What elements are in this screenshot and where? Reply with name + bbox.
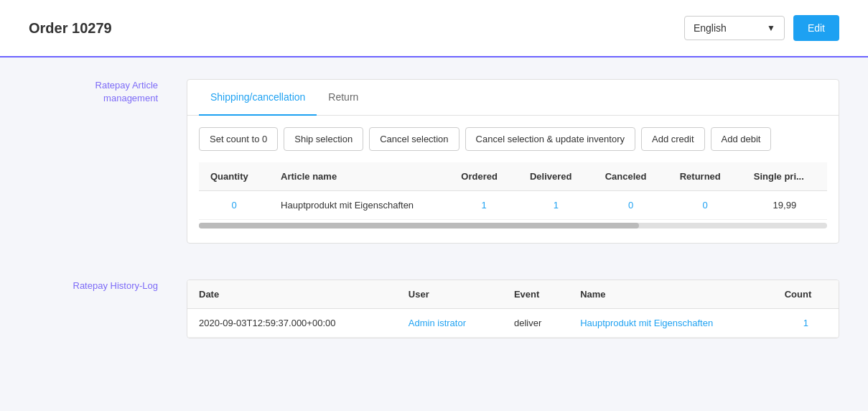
- history-section-label: Ratepay History-Log: [29, 280, 158, 338]
- hcol-date: Date: [187, 280, 397, 309]
- edit-button[interactable]: Edit: [793, 15, 839, 41]
- cell-returned: 0: [668, 191, 742, 220]
- col-ordered: Ordered: [449, 162, 518, 191]
- hcell-event: deliver: [503, 309, 569, 338]
- article-management-section: Ratepay Article management Shipping/canc…: [0, 57, 868, 265]
- hcell-date: 2020-09-03T12:59:37.000+00:00: [187, 309, 397, 338]
- history-table-row: 2020-09-03T12:59:37.000+00:00 Admin istr…: [187, 309, 839, 338]
- top-bar: Order 10279 English ▼ Edit: [0, 0, 868, 57]
- history-table: Date User Event Name Count 2020-09-03T12…: [187, 280, 839, 338]
- history-label-text: Ratepay History-Log: [29, 280, 158, 292]
- col-article-name: Article name: [269, 162, 449, 191]
- hcol-count: Count: [773, 280, 839, 309]
- cancel-update-button[interactable]: Cancel selection & update inventory: [465, 127, 635, 151]
- hcol-user: User: [397, 280, 503, 309]
- add-credit-button[interactable]: Add credit: [641, 127, 705, 151]
- language-selector[interactable]: English ▼: [684, 16, 785, 40]
- history-table-header-row: Date User Event Name Count: [187, 280, 839, 309]
- chevron-down-icon: ▼: [767, 23, 775, 33]
- cell-delivered: 1: [518, 191, 594, 220]
- article-section-label: Ratepay Article management: [29, 79, 158, 244]
- top-bar-right: English ▼ Edit: [684, 15, 839, 41]
- col-canceled: Canceled: [594, 162, 668, 191]
- cancel-selection-button[interactable]: Cancel selection: [369, 127, 459, 151]
- hcell-name: Hauptprodukt mit Eigenschaften: [569, 309, 773, 338]
- scrollbar-thumb: [199, 223, 639, 228]
- ship-selection-button[interactable]: Ship selection: [284, 127, 363, 151]
- article-table-header-row: Quantity Article name Ordered Delivered …: [199, 162, 827, 191]
- article-table-wrapper: Quantity Article name Ordered Delivered …: [199, 162, 827, 231]
- hcell-count: 1: [773, 309, 839, 338]
- tab-shipping[interactable]: Shipping/cancellation: [199, 80, 317, 116]
- col-single-price: Single pri...: [742, 162, 827, 191]
- add-debit-button[interactable]: Add debit: [711, 127, 772, 151]
- cell-quantity: 0: [199, 191, 269, 220]
- article-section-label-text: Ratepay Article management: [29, 79, 158, 105]
- hcol-name: Name: [569, 280, 773, 309]
- table-row: 0 Hauptprodukt mit Eigenschaften 1 1 0 0…: [199, 191, 827, 220]
- horizontal-scrollbar[interactable]: [199, 223, 827, 228]
- tab-return[interactable]: Return: [317, 80, 370, 116]
- cell-single-price: 19,99: [742, 191, 827, 220]
- panel-body: Set count to 0 Ship selection Cancel sel…: [187, 116, 839, 243]
- col-returned: Returned: [668, 162, 742, 191]
- cell-article-name: Hauptprodukt mit Eigenschaften: [269, 191, 449, 220]
- hcol-event: Event: [503, 280, 569, 309]
- tabs-container: Shipping/cancellation Return: [187, 80, 839, 116]
- article-table: Quantity Article name Ordered Delivered …: [199, 162, 827, 220]
- cell-canceled: 0: [594, 191, 668, 220]
- language-label: English: [694, 22, 727, 34]
- cell-ordered: 1: [449, 191, 518, 220]
- hcell-user: Admin istrator: [397, 309, 503, 338]
- history-section: Ratepay History-Log Date User Event Name…: [0, 265, 868, 360]
- set-count-button[interactable]: Set count to 0: [199, 127, 278, 151]
- action-bar: Set count to 0 Ship selection Cancel sel…: [199, 127, 827, 151]
- col-quantity: Quantity: [199, 162, 269, 191]
- col-delivered: Delivered: [518, 162, 594, 191]
- history-panel: Date User Event Name Count 2020-09-03T12…: [187, 280, 839, 338]
- order-title: Order 10279: [29, 20, 112, 37]
- article-main-panel: Shipping/cancellation Return Set count t…: [187, 79, 839, 244]
